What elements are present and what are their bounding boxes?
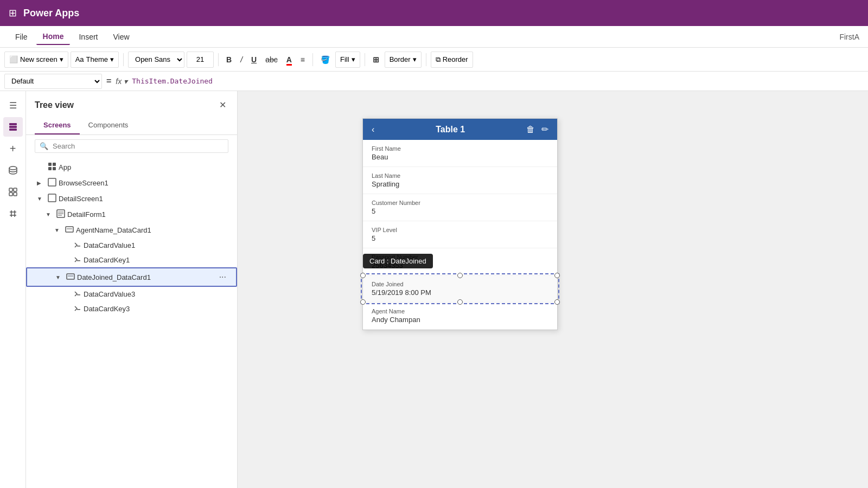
field-name-firstname: First Name [372, 145, 548, 152]
left-sidebar: ☰ + [0, 91, 26, 488]
menu-file[interactable]: File [9, 29, 34, 44]
menubar: File Home Insert View FirstA [0, 26, 868, 48]
font-color-button[interactable]: A [283, 52, 295, 68]
table-body: First Name Beau Last Name Spratling Cust… [363, 140, 557, 330]
underline-button[interactable]: U [248, 52, 260, 68]
tab-screens[interactable]: Screens [35, 117, 80, 134]
topbar: ⊞ Power Apps [0, 0, 868, 26]
new-screen-dropdown-icon: ▾ [60, 55, 63, 63]
menu-insert[interactable]: Insert [72, 29, 104, 44]
field-value-lastname: Spratling [372, 180, 548, 188]
expand-icon-datejoined: ▼ [55, 274, 64, 280]
field-name-passportnumber: Passport Number [372, 254, 548, 260]
tree-item-datacardkey3-label: DataCardKey3 [84, 305, 231, 313]
table-delete-button[interactable]: 🗑 [526, 124, 535, 134]
font-size-input[interactable] [187, 52, 214, 68]
control-icon-dcv3 [74, 290, 81, 299]
table-card: ‹ Table 1 🗑 ✏ First Name Beau Last Name … [362, 118, 558, 330]
field-name-agentname: Agent Name [372, 308, 548, 314]
expand-icon-detail: ▼ [37, 196, 46, 202]
toolbar-separator-3 [312, 53, 313, 66]
theme-button[interactable]: Aa Theme ▾ [71, 52, 119, 68]
field-value-datejoined: 5/19/2019 8:00 PM [372, 288, 548, 297]
table-row-datejoined: Card : DateJoined Date Joined 5/19/2019 … [363, 275, 557, 303]
search-icon: 🔍 [40, 142, 48, 150]
tree-item-app[interactable]: App [26, 159, 237, 175]
search-input[interactable] [53, 142, 224, 150]
toolbar: ⬜ New screen ▾ Aa Theme ▾ Open Sans B / … [0, 48, 868, 72]
sidebar-data-icon[interactable] [3, 160, 23, 180]
tree-search-area: 🔍 [26, 135, 237, 157]
table-action-buttons: 🗑 ✏ [526, 124, 548, 134]
svg-rect-10 [48, 167, 52, 170]
tree-item-detailform1-label: DetailForm1 [67, 210, 231, 219]
toolbar-separator-4 [365, 53, 365, 66]
tree-item-agentname-datacard1[interactable]: ▼ AgentName_DataCard1 [26, 222, 237, 238]
theme-label: Theme [86, 55, 108, 63]
more-options-button[interactable]: ··· [216, 271, 229, 283]
card-icon-agentname [65, 225, 74, 235]
menu-view[interactable]: View [106, 29, 136, 44]
formula-input[interactable] [132, 77, 864, 85]
sidebar-hamburger-icon[interactable]: ☰ [3, 95, 23, 115]
svg-rect-12 [48, 178, 56, 186]
table-row-passportnumber: Passport Number 25634353 [363, 248, 557, 275]
tree-item-browsescreen1-label: BrowseScreen1 [59, 179, 231, 187]
tree-item-datacardvalue3-label: DataCardValue3 [84, 290, 231, 298]
table-header: ‹ Table 1 🗑 ✏ [363, 119, 557, 140]
italic-button[interactable]: / [237, 52, 246, 68]
chevron-down-icon: ▾ [124, 77, 127, 86]
tree-item-datacardvalue1[interactable]: DataCardValue1 [26, 238, 237, 253]
sidebar-controls-icon[interactable] [3, 182, 23, 202]
bold-button[interactable]: B [223, 52, 235, 68]
sidebar-layers-icon[interactable] [3, 117, 23, 137]
tree-item-agentname-datacard1-label: AgentName_DataCard1 [76, 226, 231, 234]
svg-point-3 [9, 166, 17, 170]
align-button[interactable]: ≡ [297, 52, 308, 68]
tree-item-browsescreen1[interactable]: ▶ BrowseScreen1 [26, 175, 237, 191]
menu-home[interactable]: Home [36, 29, 71, 45]
svg-rect-25 [77, 309, 80, 310]
table-edit-button[interactable]: ✏ [541, 124, 548, 134]
fill-button[interactable]: Fill ▾ [335, 52, 360, 68]
sidebar-variables-icon[interactable] [3, 204, 23, 223]
border-button[interactable]: Border ▾ [385, 52, 422, 68]
svg-rect-7 [14, 192, 17, 196]
formula-selector[interactable]: Default [4, 74, 102, 89]
strikethrough-button[interactable]: abc [262, 52, 281, 68]
border-icon: ⊞ [369, 52, 382, 68]
svg-rect-4 [9, 188, 12, 191]
font-color-icon: A [286, 55, 292, 66]
tree-item-detailscreen1[interactable]: ▼ DetailScreen1 [26, 191, 237, 207]
tree-item-datacardkey3[interactable]: DataCardKey3 [26, 301, 237, 316]
tree-item-datacardvalue3[interactable]: DataCardValue3 [26, 287, 237, 301]
control-icon-dck1 [74, 255, 81, 265]
new-screen-icon: ⬜ [9, 55, 18, 63]
tree-close-button[interactable]: ✕ [217, 98, 228, 112]
tab-components[interactable]: Components [80, 117, 137, 134]
toolbar-separator-2 [218, 53, 219, 66]
sidebar-add-icon[interactable]: + [3, 139, 23, 158]
tree-item-datejoined-datacard1[interactable]: ▼ DateJoined_DataCard1 ··· [26, 267, 237, 287]
font-selector[interactable]: Open Sans [128, 52, 184, 68]
table-back-button[interactable]: ‹ [372, 125, 374, 134]
formulabar: Default = fx ▾ [0, 72, 868, 91]
theme-dropdown-icon: ▾ [110, 55, 114, 63]
canvas: ‹ Table 1 🗑 ✏ First Name Beau Last Name … [238, 91, 868, 488]
theme-icon: Aa [75, 55, 84, 63]
svg-rect-22 [67, 274, 74, 279]
formula-fx-button[interactable]: fx ▾ [116, 77, 127, 86]
tree-item-datacardvalue1-label: DataCardValue1 [84, 241, 231, 249]
app-grid-icon[interactable]: ⊞ [9, 7, 17, 19]
tree-item-detailform1[interactable]: ▼ DetailForm1 [26, 207, 237, 222]
new-screen-button[interactable]: ⬜ New screen ▾ [4, 52, 68, 68]
tree-item-datacardkey1[interactable]: DataCardKey1 [26, 253, 237, 267]
reorder-button[interactable]: ⧉ Reorder [431, 52, 473, 68]
svg-rect-13 [48, 194, 56, 202]
tree-view-title: Tree view [35, 100, 74, 110]
screen-icon-browse [48, 178, 56, 188]
svg-rect-1 [9, 126, 17, 128]
form-icon [56, 209, 65, 220]
user-initials: FirstA [839, 33, 859, 41]
field-value-passportnumber: 25634353 [372, 261, 548, 269]
